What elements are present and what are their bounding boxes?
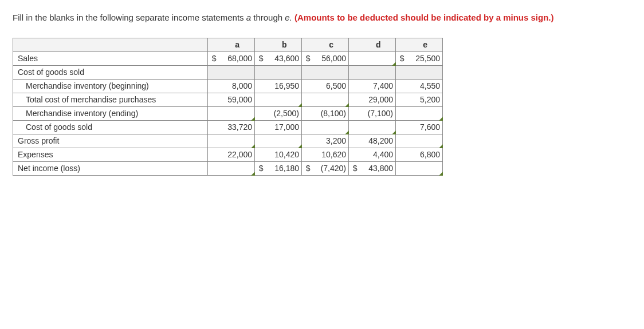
cell-mi_end-d-sym bbox=[349, 106, 362, 120]
header-e: e bbox=[409, 38, 443, 51]
cell-gross-b-sym[interactable] bbox=[255, 134, 268, 148]
cell-purchases-c-sym[interactable] bbox=[302, 93, 315, 106]
cell-cogs_hdr-e-sym bbox=[396, 65, 409, 79]
header-row: a b c d e bbox=[13, 38, 443, 51]
cell-cogs-c[interactable] bbox=[315, 120, 349, 134]
cell-mi_end-a[interactable] bbox=[221, 106, 255, 120]
cell-purchases-c[interactable] bbox=[315, 93, 349, 106]
header-d: d bbox=[362, 38, 396, 51]
cell-cogs_hdr-b-sym bbox=[255, 65, 268, 79]
row-mi_end: Merchandise inventory (ending)(2,500)(8,… bbox=[13, 106, 443, 120]
label-sales: Sales bbox=[13, 51, 208, 65]
cell-sales-c: 56,000 bbox=[315, 51, 349, 65]
header-blank bbox=[13, 38, 208, 51]
cell-mi_end-d: (7,100) bbox=[362, 106, 396, 120]
cell-cogs-b: 17,000 bbox=[268, 120, 302, 134]
cell-netincome-c-sym: $ bbox=[302, 161, 315, 175]
cell-expenses-d: 4,400 bbox=[362, 148, 396, 161]
cell-netincome-a-sym[interactable] bbox=[208, 161, 221, 175]
cell-cogs_hdr-e bbox=[409, 65, 443, 79]
cell-netincome-e[interactable] bbox=[409, 161, 443, 175]
cell-netincome-a[interactable] bbox=[221, 161, 255, 175]
cell-sales-e-sym: $ bbox=[396, 51, 409, 65]
cell-purchases-e-sym bbox=[396, 93, 409, 106]
header-a: a bbox=[221, 38, 255, 51]
instr-ital-e: e. bbox=[285, 13, 294, 22]
cell-gross-b[interactable] bbox=[268, 134, 302, 148]
cell-purchases-a: 59,000 bbox=[221, 93, 255, 106]
cell-mi_beg-a: 8,000 bbox=[221, 79, 255, 93]
cell-expenses-d-sym bbox=[349, 148, 362, 161]
label-mi_end: Merchandise inventory (ending) bbox=[13, 106, 208, 120]
header-e-s bbox=[396, 38, 409, 51]
cell-sales-d-sym[interactable] bbox=[349, 51, 362, 65]
cell-sales-b: 43,600 bbox=[268, 51, 302, 65]
cell-cogs-e-sym bbox=[396, 120, 409, 134]
instr-text-2: through bbox=[251, 13, 285, 22]
row-cogs: Cost of goods sold33,72017,0007,600 bbox=[13, 120, 443, 134]
label-cogs: Cost of goods sold bbox=[13, 120, 208, 134]
cell-expenses-a-sym bbox=[208, 148, 221, 161]
row-gross: Gross profit3,20048,200 bbox=[13, 134, 443, 148]
cell-mi_end-e[interactable] bbox=[409, 106, 443, 120]
header-b: b bbox=[268, 38, 302, 51]
cell-cogs-e: 7,600 bbox=[409, 120, 443, 134]
cell-expenses-e: 6,800 bbox=[409, 148, 443, 161]
label-purchases: Total cost of merchandise purchases bbox=[13, 93, 208, 106]
cell-cogs_hdr-c bbox=[315, 65, 349, 79]
cell-mi_beg-a-sym bbox=[208, 79, 221, 93]
header-c-s bbox=[302, 38, 315, 51]
row-cogs_hdr: Cost of goods sold bbox=[13, 65, 443, 79]
cell-gross-d: 48,200 bbox=[362, 134, 396, 148]
cell-mi_end-b-sym bbox=[255, 106, 268, 120]
cell-mi_beg-e: 4,550 bbox=[409, 79, 443, 93]
cell-cogs-d[interactable] bbox=[362, 120, 396, 134]
cell-gross-e[interactable] bbox=[409, 134, 443, 148]
header-c: c bbox=[315, 38, 349, 51]
cell-cogs-c-sym[interactable] bbox=[302, 120, 315, 134]
cell-sales-c-sym: $ bbox=[302, 51, 315, 65]
header-a-s bbox=[208, 38, 221, 51]
cell-purchases-b-sym[interactable] bbox=[255, 93, 268, 106]
cell-expenses-c-sym bbox=[302, 148, 315, 161]
label-mi_beg: Merchandise inventory (beginning) bbox=[13, 79, 208, 93]
cell-cogs_hdr-b bbox=[268, 65, 302, 79]
cell-expenses-a: 22,000 bbox=[221, 148, 255, 161]
header-d-s bbox=[349, 38, 362, 51]
instr-red: (Amounts to be deducted should be indica… bbox=[294, 13, 554, 22]
cell-purchases-a-sym bbox=[208, 93, 221, 106]
cell-netincome-e-sym[interactable] bbox=[396, 161, 409, 175]
cell-mi_end-c: (8,100) bbox=[315, 106, 349, 120]
cell-gross-a[interactable] bbox=[221, 134, 255, 148]
row-netincome: Net income (loss)$16,180$(7,420)$43,800 bbox=[13, 161, 443, 175]
header-b-s bbox=[255, 38, 268, 51]
cell-cogs-b-sym bbox=[255, 120, 268, 134]
cell-cogs_hdr-a bbox=[221, 65, 255, 79]
cell-mi_end-a-sym[interactable] bbox=[208, 106, 221, 120]
cell-netincome-d-sym: $ bbox=[349, 161, 362, 175]
cell-cogs-a: 33,720 bbox=[221, 120, 255, 134]
cell-mi_beg-c: 6,500 bbox=[315, 79, 349, 93]
cell-gross-e-sym[interactable] bbox=[396, 134, 409, 148]
cell-gross-c-sym bbox=[302, 134, 315, 148]
cell-expenses-b: 10,420 bbox=[268, 148, 302, 161]
cell-purchases-b[interactable] bbox=[268, 93, 302, 106]
cell-sales-d[interactable] bbox=[362, 51, 396, 65]
cell-mi_beg-c-sym bbox=[302, 79, 315, 93]
cell-cogs_hdr-d-sym bbox=[349, 65, 362, 79]
instr-text-1: Fill in the blanks in the following sepa… bbox=[13, 13, 246, 22]
cell-purchases-e: 5,200 bbox=[409, 93, 443, 106]
cell-gross-a-sym[interactable] bbox=[208, 134, 221, 148]
row-mi_beg: Merchandise inventory (beginning)8,00016… bbox=[13, 79, 443, 93]
cell-mi_beg-b-sym bbox=[255, 79, 268, 93]
cell-mi_beg-d: 7,400 bbox=[362, 79, 396, 93]
cell-cogs_hdr-d bbox=[362, 65, 396, 79]
cell-mi_end-c-sym bbox=[302, 106, 315, 120]
cell-mi_end-e-sym[interactable] bbox=[396, 106, 409, 120]
cell-netincome-b-sym: $ bbox=[255, 161, 268, 175]
label-gross: Gross profit bbox=[13, 134, 208, 148]
row-expenses: Expenses22,00010,42010,6204,4006,800 bbox=[13, 148, 443, 161]
cell-cogs_hdr-c-sym bbox=[302, 65, 315, 79]
cell-cogs-d-sym[interactable] bbox=[349, 120, 362, 134]
cell-cogs-a-sym bbox=[208, 120, 221, 134]
